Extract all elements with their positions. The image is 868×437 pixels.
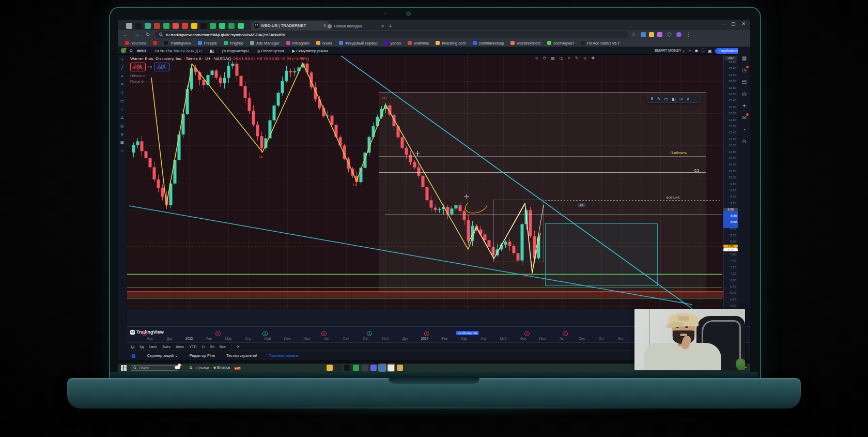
settings-gear-icon[interactable]: ✱ (695, 49, 698, 53)
symbol-search-icon[interactable] (130, 49, 133, 53)
drawing-tool-icon[interactable]: ⊞ (679, 97, 683, 101)
bookmark-item[interactable]: coinmarketcap (473, 41, 504, 46)
news-icon[interactable]: ▤ (742, 79, 747, 85)
bookmark-star-icon[interactable]: ☆ (631, 32, 636, 37)
pinned-tab[interactable] (219, 23, 225, 29)
pinned-tab[interactable] (200, 23, 207, 29)
cursor-icon[interactable]: + (121, 57, 123, 62)
bookmark-item[interactable]: Tradingview (164, 41, 191, 46)
taskbar-app-icon[interactable] (362, 365, 368, 371)
buy-button[interactable]: 8.86КУПИТЬ (154, 63, 169, 71)
bookmark-item[interactable]: Freepik (198, 41, 217, 46)
alerts-icon[interactable]: ◷ (742, 67, 747, 73)
home-icon[interactable]: ⌂ (121, 148, 123, 153)
target-icon[interactable]: ◎ (120, 124, 124, 128)
range-button[interactable]: 1г (202, 345, 205, 349)
snapshot-camera-icon[interactable]: ▣ (708, 49, 711, 53)
timeframe-button[interactable]: Н (199, 49, 202, 53)
chart-tool-icon[interactable]: ⌗ (568, 56, 571, 61)
earnings-marker[interactable]: Е (142, 331, 147, 336)
minimize-icon[interactable]: – (722, 21, 725, 26)
timeframe-button[interactable]: 15м (165, 49, 172, 53)
sell-button[interactable]: 8.84ПРОДАТЬ (130, 63, 146, 71)
drawing-toolbar[interactable]: +╱≡✎T▭○∠◎⌀▣⌂ (118, 55, 127, 326)
drawing-tool-icon[interactable]: ⠿ (650, 97, 654, 101)
bottom-tab[interactable]: Тестер стратегий (226, 353, 257, 358)
bookmark-item[interactable]: wallstreetbets (510, 41, 540, 46)
floating-drawing-toolbar[interactable]: ⠿✎▭◧⊞✕⋯ (647, 95, 701, 103)
pinned-tab[interactable] (145, 23, 151, 29)
taskbar-app-icon[interactable] (353, 365, 359, 371)
drawing-tool-icon[interactable]: ✎ (657, 97, 661, 101)
range-button[interactable]: 6мес (176, 345, 184, 349)
extension-icon[interactable] (641, 32, 646, 37)
symbol-legend[interactable]: Warner Bros. Discovery, Inc. · Series A … (130, 56, 309, 61)
taskbar-app-icon[interactable] (344, 365, 350, 371)
earnings-marker[interactable]: Е (424, 331, 429, 336)
timeframe-button[interactable]: Д (195, 49, 198, 53)
symbol-button[interactable]: WBD (137, 49, 146, 53)
bookmark-item[interactable]: постмаркет (547, 41, 574, 46)
timeframe-button[interactable]: 1ч (181, 49, 185, 53)
earnings-marker[interactable]: Е (524, 331, 530, 336)
notifications-bell-icon[interactable]: ⊙ (742, 139, 746, 144)
profile-avatar[interactable] (676, 32, 681, 37)
taskbar-app-icon[interactable] (379, 365, 385, 371)
close-window-icon[interactable]: ✕ (742, 21, 746, 26)
chart-tool-icon[interactable]: ✎ (575, 56, 579, 61)
position-tag[interactable]: #3 (578, 203, 585, 207)
pinned-tab[interactable] (173, 23, 179, 29)
measure-icon[interactable]: ∠ (120, 115, 124, 120)
maximize-icon[interactable]: ▢ (731, 21, 736, 26)
forward-icon[interactable]: → (134, 32, 140, 37)
extension-icons[interactable] (641, 32, 662, 37)
taskbar-app-icon[interactable] (327, 365, 333, 371)
indicator-row-flow[interactable]: Поток ⊙ (130, 80, 144, 84)
shapes-icon[interactable]: ▭ (120, 99, 125, 103)
bookmark-item[interactable]: FB Acc Status v5.7 (581, 41, 619, 46)
bookmark-item[interactable]: Фондовый сервер (339, 41, 378, 46)
earnings-marker[interactable]: Е (215, 331, 221, 336)
links-toolbar[interactable]: Ссылки (196, 366, 209, 370)
timeframe-button[interactable]: 30м (173, 49, 180, 53)
indicators-button[interactable]: ƒx Индикаторы (222, 49, 249, 53)
streams-icon[interactable]: ◔ (742, 127, 746, 132)
timeframe-button[interactable]: 2ч (185, 49, 190, 53)
active-tab[interactable]: 17 WBD.US | TRADERNET ✕ (251, 21, 330, 30)
range-button[interactable]: 5д (140, 345, 144, 349)
bottom-tab[interactable]: Редактор Pine (190, 353, 215, 358)
chart-tool-icon[interactable]: ⟲ (535, 56, 538, 61)
timeframe-button[interactable]: 5м (160, 49, 165, 53)
timeframe-button[interactable]: 4ч (191, 49, 195, 53)
earnings-marker[interactable]: Е (563, 331, 568, 336)
bookmark-item[interactable]: Pngtree (224, 41, 243, 46)
currency-button[interactable]: USD (724, 56, 737, 61)
bottom-tab[interactable]: Скринер акций ⌄ (147, 353, 178, 358)
bookmark-item[interactable]: Ads Manager (250, 41, 280, 46)
drawing-tool-icon[interactable]: ⋯ (693, 97, 698, 101)
panel-toggle-icon[interactable]: ▦ (131, 353, 136, 358)
pinned-tab[interactable] (210, 23, 216, 29)
inspiration-icon[interactable]: ✦ (742, 103, 746, 109)
pinned-tab[interactable] (135, 23, 142, 29)
chart-tool-icon[interactable]: ✱ (591, 56, 595, 61)
back-icon[interactable]: ← (123, 32, 128, 37)
alerts-button[interactable]: ◷ Оповещения (257, 49, 284, 53)
start-button[interactable] (121, 365, 127, 371)
brush-icon[interactable]: ✎ (120, 82, 124, 87)
layout-name-button[interactable]: SMART MONEY ⌄ (655, 49, 686, 53)
close-tab-icon[interactable]: ✕ (323, 21, 327, 30)
bookmark-item[interactable] (153, 41, 157, 45)
taskbar-app-icon[interactable] (397, 365, 403, 371)
trendline-icon[interactable]: ╱ (121, 66, 123, 70)
extension-icon[interactable] (649, 32, 654, 37)
task-view-icon[interactable]: ⧉ (190, 366, 192, 370)
drawing-tool-icon[interactable]: ✕ (686, 97, 690, 101)
fib-icon[interactable]: ≡ (121, 74, 123, 79)
close-tab2-icon[interactable]: ✕ (381, 24, 384, 28)
chart-tool-icon[interactable]: ◫ (560, 56, 564, 61)
new-tab-button[interactable]: + (389, 23, 392, 29)
taskbar-app-icon[interactable] (370, 365, 377, 371)
tv-user-avatar[interactable] (121, 48, 126, 53)
chart-style-icon[interactable]: ▮▯ (210, 49, 214, 53)
